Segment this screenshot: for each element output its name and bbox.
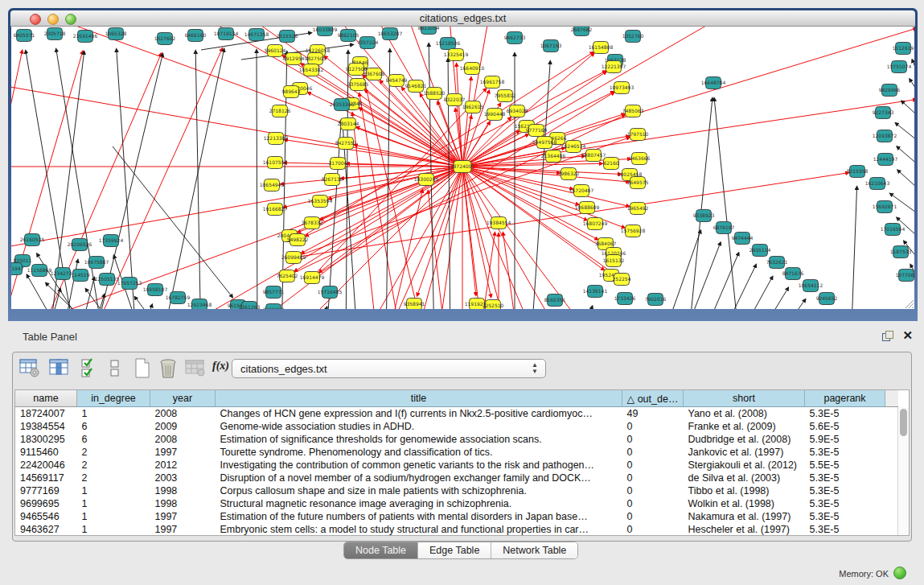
graph-node[interactable]: 8471676 <box>782 268 804 280</box>
table-cell[interactable]: 49 <box>622 407 684 421</box>
graph-node[interactable]: 9777169 <box>526 125 548 137</box>
table-cell[interactable]: 6 <box>77 420 150 433</box>
graph-node[interactable]: 10654945 <box>260 179 285 192</box>
table-cell[interactable]: 1997 <box>150 510 216 523</box>
graph-edge[interactable] <box>910 79 914 102</box>
table-cell[interactable]: 0 <box>622 472 684 484</box>
graph-node[interactable]: 9462733 <box>504 32 526 44</box>
graph-node[interactable]: 62160 <box>603 158 618 170</box>
graph-node[interactable]: 8267130 <box>322 174 343 186</box>
graph-edge[interactable] <box>752 287 788 309</box>
table-cell[interactable]: 5.6E-5 <box>805 420 885 433</box>
graph-edge[interactable] <box>462 167 647 309</box>
graph-node[interactable]: 9227343 <box>873 107 894 119</box>
table-cell[interactable]: 19384554 <box>15 420 77 433</box>
column-header-pagerank[interactable]: pagerank <box>805 390 885 407</box>
graph-edge[interactable] <box>896 123 914 146</box>
table-cell[interactable]: 2012 <box>150 459 216 472</box>
table-cell[interactable]: 1 <box>77 407 150 421</box>
graph-node[interactable]: 317006 <box>329 158 347 170</box>
graph-node[interactable]: 7902016 <box>645 294 667 306</box>
table-cell[interactable]: 9115460 <box>15 446 77 459</box>
resize-grip[interactable] <box>903 299 914 308</box>
graph-node[interactable]: 9857771 <box>263 286 285 299</box>
graph-edge[interactable] <box>478 233 495 309</box>
graph-node[interactable]: 17359924 <box>99 235 124 247</box>
graph-edge[interactable] <box>897 146 914 171</box>
graph-node[interactable]: 2305718 <box>44 28 66 40</box>
graph-node[interactable]: 7955812 <box>495 90 516 102</box>
table-cell[interactable]: Tourette syndrome. Phenomenology and cla… <box>216 446 622 459</box>
table-cell[interactable]: 1 <box>77 484 150 497</box>
graph-edge[interactable] <box>363 167 462 309</box>
graph-node[interactable]: 114519 <box>72 270 90 282</box>
table-cell[interactable]: 18724007 <box>15 407 77 421</box>
graph-edge[interactable] <box>716 265 756 309</box>
graph-node[interactable]: 391947 <box>11 263 24 275</box>
table-cell[interactable]: 5.3E-5 <box>805 510 885 523</box>
table-cell[interactable]: Stergiakouli et al. (2012) <box>684 459 805 472</box>
window-titlebar[interactable]: citations_edges.txt <box>10 10 915 27</box>
graph-node[interactable]: 1962615 <box>462 101 484 113</box>
table-cell[interactable]: Changes of HCN gene expression and I(f) … <box>216 407 622 421</box>
graph-node[interactable]: 8160351 <box>544 295 566 307</box>
column-header-year[interactable]: year <box>150 390 216 407</box>
column-header-in_degree[interactable]: in_degree <box>77 390 150 407</box>
table-cell[interactable]: 2008 <box>150 433 216 446</box>
graph-edge[interactable] <box>137 304 152 309</box>
table-cell[interactable]: Estimation of the future numbers of pati… <box>216 510 622 523</box>
graph-node[interactable]: 1065328 <box>105 28 127 40</box>
table-cell[interactable]: 0 <box>622 420 684 433</box>
graph-node[interactable]: 2935114 <box>749 245 771 257</box>
graph-edge[interactable] <box>462 167 629 182</box>
graph-edge[interactable] <box>92 54 162 309</box>
table-header-row[interactable]: namein_degreeyeartitle△ out_de…shortpage… <box>15 390 898 407</box>
table-row[interactable]: 911546021997Tourette syndrome. Phenomeno… <box>15 446 898 459</box>
graph-node[interactable]: 1527602 <box>154 33 176 45</box>
graph-node[interactable]: 9245652 <box>816 293 838 305</box>
table-cell[interactable]: 9463627 <box>15 523 77 536</box>
graph-node[interactable]: 7485063 <box>622 105 644 117</box>
table-cell[interactable]: 9777169 <box>15 484 77 497</box>
graph-node[interactable]: 1797510 <box>627 129 649 141</box>
table-cell[interactable]: 5.3E-5 <box>805 523 885 536</box>
graph-node[interactable]: 7625402 <box>277 270 298 282</box>
graph-node[interactable]: 6879197 <box>713 222 735 234</box>
memory-status-icon[interactable] <box>893 566 906 579</box>
table-row[interactable]: 977716911998Corpus callosum shape and si… <box>15 484 898 497</box>
vertical-scrollbar[interactable] <box>897 407 909 535</box>
table-row[interactable]: 946362711997Embryonic stem cells: a mode… <box>15 523 898 536</box>
graph-node[interactable]: 1352760 <box>622 31 644 43</box>
graph-node[interactable]: 8454749 <box>386 75 408 87</box>
table-cell[interactable]: 1998 <box>150 484 216 497</box>
table-cell[interactable]: Hescheler et al. (1997) <box>684 523 805 536</box>
graph-node[interactable]: 12923468 <box>187 299 212 310</box>
graph-node[interactable]: 16807249 <box>583 218 608 230</box>
table-cell[interactable]: 2008 <box>150 407 216 421</box>
graph-node[interactable]: 1112619 <box>893 43 914 55</box>
table-cell[interactable]: 1997 <box>150 523 216 536</box>
table-cell[interactable]: 1 <box>77 510 150 523</box>
graph-node[interactable]: 9862105 <box>338 30 359 42</box>
graph-node[interactable]: 1733426 <box>614 293 636 305</box>
graph-node[interactable]: 2803144 <box>338 118 359 130</box>
graph-node[interactable]: 13325419 <box>444 49 469 61</box>
graph-node[interactable]: 15756928 <box>621 225 646 237</box>
table-cell[interactable]: 1 <box>77 497 150 510</box>
graph-node[interactable]: 3678332 <box>302 217 323 229</box>
graph-node[interactable]: 1067193 <box>540 40 562 52</box>
table-cell[interactable]: 2009 <box>150 420 216 433</box>
row-height-icon[interactable] <box>109 358 121 379</box>
table-cell[interactable]: Disruption of a novel member of a sodium… <box>216 472 622 484</box>
table-cell[interactable]: 0 <box>622 446 684 459</box>
table-cell[interactable]: 0 <box>622 459 684 472</box>
table-cell[interactable]: 5.3E-5 <box>805 497 885 510</box>
graph-node[interactable]: 14136141 <box>583 286 608 298</box>
graph-node[interactable]: 2718126 <box>269 105 291 117</box>
table-cell[interactable]: 0 <box>622 510 684 523</box>
graph-edge[interactable] <box>680 242 721 309</box>
table-cell[interactable]: Nakamura et al. (1997) <box>684 510 805 523</box>
graph-node[interactable]: 18724007 <box>450 161 475 173</box>
graph-node[interactable]: 252254 <box>613 274 631 286</box>
graph-node[interactable]: 5498222 <box>287 234 309 246</box>
